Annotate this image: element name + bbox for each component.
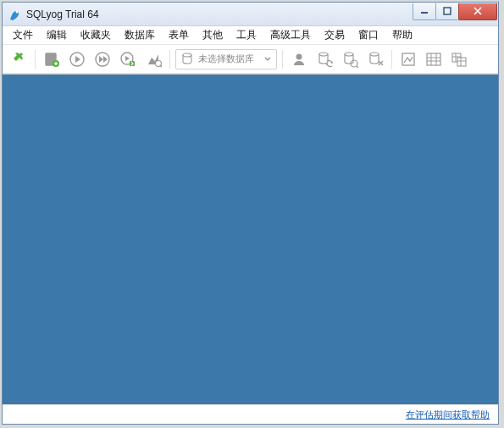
menu-powertools[interactable]: 高级工具 — [263, 26, 318, 44]
maximize-button[interactable] — [435, 3, 459, 20]
execute-all-button[interactable] — [91, 48, 114, 70]
table-diagnostics-button[interactable] — [448, 48, 470, 70]
menu-transactions[interactable]: 交易 — [318, 26, 352, 44]
menu-file[interactable]: 文件 — [6, 26, 40, 44]
menu-help[interactable]: 帮助 — [385, 26, 419, 44]
toolbar-separator — [391, 50, 392, 69]
database-icon — [181, 53, 193, 66]
execute-query-button[interactable] — [66, 48, 88, 70]
query-builder-button[interactable] — [364, 48, 386, 70]
svg-rect-10 — [130, 61, 135, 66]
toolbar: 未选择数据库 — [3, 45, 498, 74]
new-query-button[interactable] — [41, 48, 63, 70]
statusbar: 在评估期间获取帮助 — [3, 404, 498, 424]
svg-point-13 — [296, 53, 302, 59]
toolbar-separator — [35, 50, 36, 69]
svg-rect-2 — [444, 8, 451, 14]
menu-edit[interactable]: 编辑 — [40, 26, 74, 44]
execute-and-edit-button[interactable] — [117, 48, 139, 70]
svg-point-12 — [183, 53, 191, 57]
user-manager-button[interactable] — [288, 48, 310, 70]
schema-sync-button[interactable] — [313, 48, 335, 70]
titlebar: SQLyog Trial 64 — [3, 3, 498, 26]
minimize-button[interactable] — [413, 3, 436, 20]
menu-window[interactable]: 窗口 — [352, 26, 385, 44]
chevron-down-icon — [264, 54, 271, 64]
menu-database[interactable]: 数据库 — [118, 26, 162, 44]
content-area — [3, 74, 498, 404]
svg-point-0 — [16, 10, 19, 13]
svg-rect-19 — [427, 53, 440, 65]
toolbar-separator — [282, 50, 283, 69]
menu-table[interactable]: 表单 — [162, 26, 196, 44]
close-button[interactable] — [458, 3, 497, 20]
menu-tools[interactable]: 工具 — [230, 26, 263, 44]
svg-point-14 — [319, 53, 328, 56]
menu-favorites[interactable]: 收藏夹 — [74, 26, 118, 44]
data-search-button[interactable] — [423, 48, 445, 70]
visual-data-compare-button[interactable] — [339, 48, 361, 70]
database-selector[interactable]: 未选择数据库 — [175, 49, 277, 69]
toolbar-separator — [169, 50, 170, 69]
svg-point-15 — [345, 53, 353, 56]
window-title: SQLyog Trial 64 — [26, 8, 413, 20]
menu-other[interactable]: 其他 — [196, 26, 230, 44]
app-icon — [8, 8, 21, 21]
svg-rect-27 — [457, 58, 466, 66]
new-connection-button[interactable] — [8, 48, 30, 70]
database-selector-text: 未选择数据库 — [198, 53, 254, 65]
schema-designer-button[interactable] — [397, 48, 419, 70]
menubar: 文件 编辑 收藏夹 数据库 表单 其他 工具 高级工具 交易 窗口 帮助 — [3, 26, 498, 45]
svg-rect-1 — [421, 12, 428, 14]
query-profiler-button[interactable] — [142, 48, 164, 70]
trial-help-link[interactable]: 在评估期间获取帮助 — [406, 409, 490, 421]
svg-point-17 — [370, 53, 379, 56]
